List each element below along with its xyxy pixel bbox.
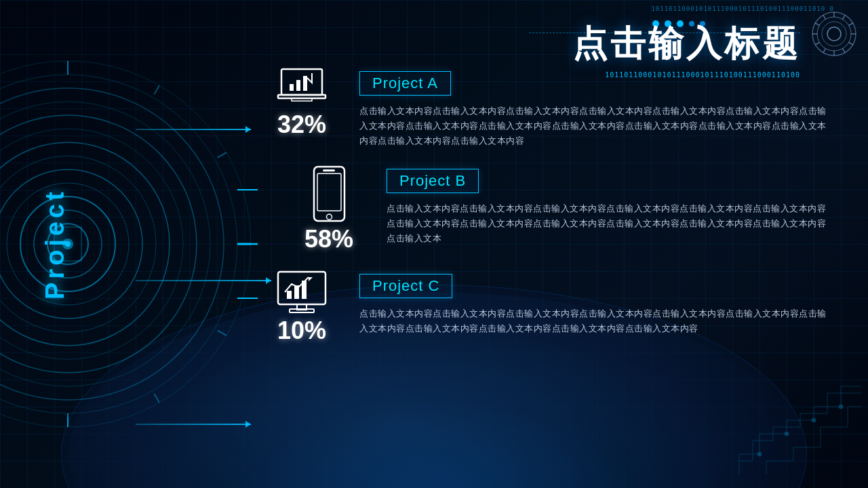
project-c-desc[interactable]: 点击输入文本内容点击输入文本内容点击输入文本内容点击输入文本内容点击输入文本内容… bbox=[359, 306, 827, 336]
project-c-right: Project C 点击输入文本内容点击输入文本内容点击输入文本内容点击输入文本… bbox=[359, 270, 827, 336]
svg-rect-58 bbox=[290, 84, 294, 91]
svg-rect-62 bbox=[292, 98, 312, 101]
monitor-icon bbox=[275, 270, 329, 314]
project-c-percent: 10% bbox=[277, 317, 326, 345]
svg-line-55 bbox=[815, 23, 819, 26]
project-item-b: 58% Project B 点击输入文本内容点击输入文本内容点击输入文本内容点击… bbox=[285, 165, 827, 253]
binary-text-top: 1011011000101011100010111010011100011010… bbox=[651, 5, 834, 12]
project-c-label[interactable]: Project C bbox=[359, 274, 452, 298]
svg-rect-63 bbox=[314, 167, 344, 221]
project-a-desc[interactable]: 点击输入文本内容点击输入文本内容点击输入文本内容点击输入文本内容点击输入文本内容… bbox=[359, 104, 827, 148]
project-a-left: 32% bbox=[258, 68, 346, 139]
svg-rect-60 bbox=[303, 76, 307, 91]
project-b-desc[interactable]: 点击输入文本内容点击输入文本内容点击输入文本内容点击输入文本内容点击输入文本内容… bbox=[387, 201, 827, 246]
project-item-a: 32% Project A 点击输入文本内容点击输入文本内容点击输入文本内容点击… bbox=[258, 68, 827, 148]
project-b-percent: 58% bbox=[304, 225, 353, 253]
project-a-right: Project A 点击输入文本内容点击输入文本内容点击输入文本内容点击输入文本… bbox=[359, 68, 827, 148]
project-a-percent: 32% bbox=[277, 110, 326, 139]
phone-icon bbox=[311, 165, 348, 223]
svg-line-47 bbox=[849, 23, 853, 26]
project-item-c: 10% Project C 点击输入文本内容点击输入文本内容点击输入文本内容点击… bbox=[258, 270, 827, 345]
project-b-label[interactable]: Project B bbox=[387, 169, 479, 193]
svg-line-49 bbox=[849, 43, 853, 45]
svg-rect-57 bbox=[281, 69, 322, 95]
svg-marker-71 bbox=[309, 277, 313, 281]
svg-line-50 bbox=[843, 49, 846, 53]
svg-line-46 bbox=[843, 15, 846, 19]
svg-rect-73 bbox=[290, 309, 314, 312]
laptop-icon bbox=[275, 68, 329, 108]
svg-rect-64 bbox=[317, 174, 341, 211]
projects-container: 32% Project A 点击输入文本内容点击输入文本内容点击输入文本内容点击… bbox=[258, 68, 827, 474]
svg-rect-68 bbox=[287, 291, 292, 299]
svg-line-56 bbox=[823, 15, 826, 19]
svg-point-44 bbox=[827, 27, 841, 41]
svg-point-41 bbox=[812, 12, 856, 56]
vertical-project-label: Project bbox=[41, 188, 70, 300]
main-title[interactable]: 点击输入标题 bbox=[572, 20, 800, 68]
main-content: 1011011000101011100010111010011100011010… bbox=[0, 0, 868, 488]
project-b-left: 58% bbox=[285, 165, 373, 253]
svg-line-53 bbox=[815, 43, 819, 45]
svg-line-52 bbox=[823, 49, 826, 53]
project-c-left: 10% bbox=[258, 270, 346, 345]
svg-point-43 bbox=[822, 22, 846, 46]
project-b-right: Project B 点击输入文本内容点击输入文本内容点击输入文本内容点击输入文本… bbox=[387, 165, 827, 246]
svg-point-65 bbox=[326, 214, 332, 220]
project-a-label[interactable]: Project A bbox=[359, 71, 451, 96]
svg-rect-66 bbox=[323, 169, 335, 171]
svg-rect-59 bbox=[296, 80, 300, 91]
gear-icon bbox=[810, 10, 858, 58]
